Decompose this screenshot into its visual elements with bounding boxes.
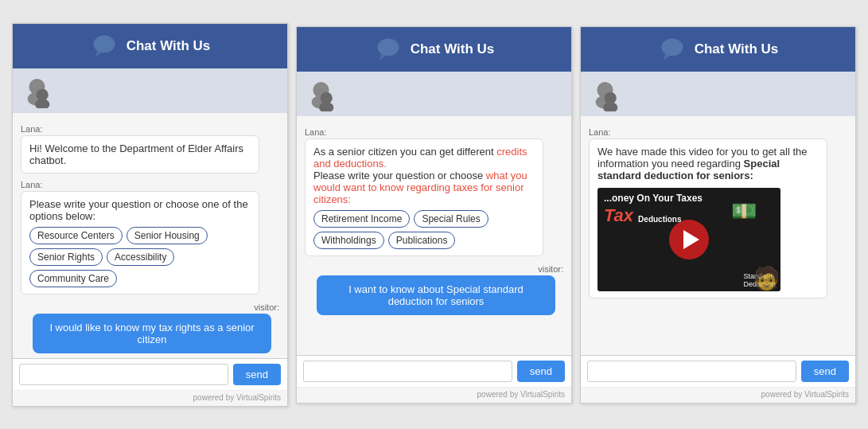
- visitor-bubble-2: I want to know about Special standard de…: [317, 275, 555, 315]
- input-row-2: send: [297, 355, 571, 387]
- avatar-area-2: [297, 72, 571, 116]
- bot-bubble-3a: We have made this video for you to get a…: [589, 138, 827, 298]
- svg-point-2: [93, 35, 115, 53]
- chat-icon-2: [374, 35, 403, 64]
- chat-header-2: Chat With Us: [297, 27, 571, 72]
- chat-widget-1: Chat With Us Lana: Hi! Welcome to the De…: [12, 23, 288, 407]
- visitor-label-1: visitor:: [21, 302, 279, 312]
- input-row-3: send: [581, 355, 855, 387]
- send-button-3[interactable]: send: [801, 361, 849, 382]
- option-resource-centers[interactable]: Resource Centers: [29, 227, 123, 244]
- options-row-2: Retirement Income Special Rules Withhold…: [313, 210, 535, 249]
- chat-widget-3: Chat With Us Lana: We have made this vid…: [580, 26, 856, 404]
- svg-point-16: [661, 38, 683, 56]
- option-special-rules[interactable]: Special Rules: [414, 210, 488, 228]
- option-accessibility[interactable]: Accessibility: [107, 248, 174, 266]
- avatar-icon-1: [22, 75, 56, 108]
- avatar-icon-3: [590, 78, 624, 111]
- chat-header-1: Chat With Us: [13, 24, 287, 68]
- chat-header-3: Chat With Us: [581, 27, 855, 72]
- send-button-1[interactable]: send: [233, 364, 281, 385]
- sender-label-2a: Lana:: [305, 127, 563, 137]
- avatar-icon-2: [306, 78, 340, 111]
- play-button[interactable]: [669, 220, 709, 259]
- option-community-care[interactable]: Community Care: [29, 270, 117, 287]
- option-withholdings[interactable]: Withholdings: [313, 232, 384, 249]
- avatar-area-1: [13, 68, 287, 113]
- messages-area-2: Lana: As a senior citizen you can get di…: [297, 116, 571, 355]
- option-retirement-income[interactable]: Retirement Income: [313, 210, 410, 228]
- chat-input-2[interactable]: [303, 361, 512, 382]
- chat-title-2: Chat With Us: [411, 41, 495, 57]
- input-row-1: send: [13, 358, 287, 390]
- bot-bubble-2a: As a senior citizen you can get differen…: [305, 138, 543, 256]
- chat-icon-1: [90, 32, 119, 60]
- chat-title-3: Chat With Us: [695, 41, 779, 57]
- svg-point-9: [377, 38, 399, 56]
- send-button-2[interactable]: send: [517, 361, 565, 382]
- sender-label-1a: Lana:: [21, 124, 279, 134]
- chat-icon-3: [658, 35, 687, 64]
- chat-input-1[interactable]: [19, 364, 228, 385]
- footer-1: powered by VirtualSpirits: [13, 390, 287, 406]
- chat-title-1: Chat With Us: [127, 38, 211, 54]
- bot-bubble-1b: Please write your question or choose one…: [21, 191, 259, 294]
- visitor-label-2: visitor:: [305, 264, 563, 274]
- sender-label-3a: Lana:: [589, 127, 847, 137]
- footer-3: powered by VirtualSpirits: [581, 387, 855, 403]
- video-thumbnail[interactable]: ...oney On Your Taxes Tax Deductions 💵 S…: [597, 188, 780, 291]
- messages-area-3: Lana: We have made this video for you to…: [581, 116, 855, 355]
- option-publications[interactable]: Publications: [388, 232, 456, 249]
- chat-input-3[interactable]: [587, 361, 796, 382]
- footer-2: powered by VirtualSpirits: [297, 387, 571, 403]
- options-row-1: Resource Centers Senior Housing Senior R…: [29, 227, 251, 287]
- chat-widget-2: Chat With Us Lana: As a senior citizen y…: [296, 26, 572, 404]
- messages-area-1: Lana: Hi! Welcome to the Department of E…: [13, 113, 287, 358]
- option-senior-housing[interactable]: Senior Housing: [127, 227, 208, 244]
- sender-label-1b: Lana:: [21, 180, 279, 189]
- avatar-area-3: [581, 72, 855, 116]
- visitor-bubble-1: I would like to know my tax rights as a …: [33, 314, 271, 353]
- option-senior-rights[interactable]: Senior Rights: [29, 248, 103, 266]
- bot-bubble-1a: Hi! Welcome to the Department of Elder A…: [21, 135, 259, 174]
- play-triangle-icon: [683, 230, 699, 249]
